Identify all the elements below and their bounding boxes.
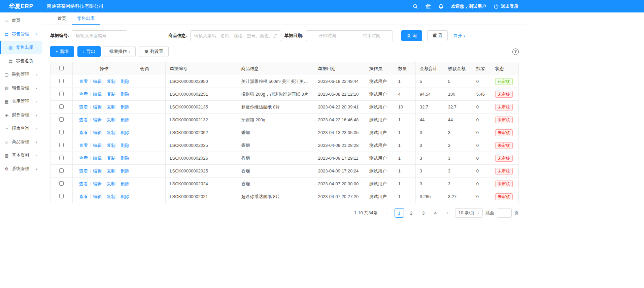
view-link[interactable]: 查看 [79,156,88,161]
edit-link[interactable]: 编辑 [93,104,102,109]
copy-link[interactable]: 复制 [107,156,115,161]
page-button-3[interactable]: 3 [419,208,428,218]
copy-link[interactable]: 复制 [107,168,115,173]
row-checkbox[interactable] [59,79,64,83]
row-checkbox[interactable] [59,168,64,173]
date-range-picker[interactable]: 开始时间 ~ 结束时间 [306,30,393,41]
copy-link[interactable]: 复制 [107,104,115,109]
page-size-select[interactable]: 10 条/页 ∨ [455,208,483,218]
delete-link[interactable]: 删除 [121,194,129,199]
row-checkbox[interactable] [59,92,64,96]
sidebar-item-finance[interactable]: ◈ 财务管理 ∨ [0,108,42,122]
edit-link[interactable]: 编辑 [93,181,102,186]
edit-link[interactable]: 编辑 [93,79,102,84]
operator-cell: 测试用户 [365,75,394,88]
reset-button[interactable]: 重 置 [427,30,448,41]
batch-actions-button[interactable]: 批量操作 ∨ [104,46,136,57]
row-checkbox[interactable] [59,181,64,186]
delete-link[interactable]: 删除 [121,104,129,109]
copy-link[interactable]: 复制 [107,117,115,122]
sidebar-item-home[interactable]: ⌂ 首页 [0,14,42,27]
member-cell [136,88,166,101]
copy-link[interactable]: 复制 [107,92,115,97]
copy-link[interactable]: 复制 [107,130,115,135]
select-all-checkbox[interactable] [59,66,64,70]
search-icon[interactable] [413,4,418,9]
tab-retail-outbound[interactable]: 零售出库 [72,12,100,25]
row-checkbox[interactable] [59,156,64,160]
row-checkbox[interactable] [59,143,64,147]
view-link[interactable]: 查看 [79,168,88,173]
sidebar-item-reports[interactable]: ◔ 报表查询 ∨ [0,122,42,135]
export-button[interactable]: ↓导出 [77,46,101,57]
view-link[interactable]: 查看 [79,194,88,199]
product-cell: 香烟 [237,178,314,190]
sidebar-item-warehouse[interactable]: ▦ 仓库管理 ∨ [0,95,42,108]
edit-link[interactable]: 编辑 [93,117,102,122]
edit-link[interactable]: 编辑 [93,156,102,161]
view-link[interactable]: 查看 [79,117,88,122]
page-button-1[interactable]: 1 [395,208,404,218]
member-cell [136,101,166,114]
copy-link[interactable]: 复制 [107,194,115,199]
page-button-4[interactable]: 4 [431,208,440,218]
edit-link[interactable]: 编辑 [93,168,102,173]
product-info-input[interactable] [190,30,281,41]
delete-link[interactable]: 删除 [121,143,129,148]
status-cell: 未审核 [491,190,518,203]
sidebar-item-retail-outbound[interactable]: ▤ 零售出库 [0,41,42,54]
prev-page-button[interactable]: ‹ [382,208,392,218]
bell-icon[interactable] [438,4,444,9]
help-icon[interactable]: ? [512,49,519,55]
sidebar-item-retail-return[interactable]: ▤ 零售退货 [0,54,42,68]
edit-link[interactable]: 编辑 [93,194,102,199]
delete-link[interactable]: 删除 [121,181,129,186]
delete-link[interactable]: 删除 [121,168,129,173]
view-link[interactable]: 查看 [79,92,88,97]
edit-link[interactable]: 编辑 [93,143,102,148]
row-checkbox[interactable] [59,117,64,122]
delete-link[interactable]: 删除 [121,92,129,97]
view-link[interactable]: 查看 [79,181,88,186]
bank-icon[interactable] [426,4,431,9]
sidebar-item-system[interactable]: ⚙ 系统管理 ∨ [0,162,42,175]
chevron-down-icon: ∨ [463,34,466,37]
delete-link[interactable]: 删除 [121,130,129,135]
column-settings-button[interactable]: ⚙列设置 [139,46,169,57]
add-button[interactable]: +新增 [50,46,74,57]
row-checkbox[interactable] [59,130,64,134]
order-no-input[interactable] [72,30,127,41]
edit-link[interactable]: 编辑 [93,130,102,135]
orders-table: 操作 会员 单据编号 商品信息 单据日期 操作员 数量 金额合计 收款金额 找零… [50,62,519,203]
warehouse-icon: ▦ [4,99,9,104]
copy-link[interactable]: 复制 [107,181,115,186]
row-checkbox[interactable] [59,104,64,109]
delete-link[interactable]: 删除 [121,79,129,84]
view-link[interactable]: 查看 [79,104,88,109]
sidebar-item-retail[interactable]: ▤ 零售管理 ∧ [0,27,42,41]
jump-page-input[interactable] [497,208,512,218]
tab-home[interactable]: 首页 [52,12,72,25]
row-actions-cell: 查看编辑复制删除 [73,165,136,178]
sidebar-item-purchase[interactable]: ▢ 采购管理 ∨ [0,68,42,81]
divider [104,105,104,109]
sidebar-item-basic-data[interactable]: ▧ 基本资料 ∨ [0,149,42,162]
edit-link[interactable]: 编辑 [93,92,102,97]
delete-link[interactable]: 删除 [121,117,129,122]
view-link[interactable]: 查看 [79,143,88,148]
logout-button[interactable]: 退出登录 [494,3,518,9]
delete-link[interactable]: 删除 [121,156,129,161]
copy-link[interactable]: 复制 [107,79,115,84]
view-link[interactable]: 查看 [79,130,88,135]
sidebar-item-label: 商品管理 [12,139,29,145]
view-link[interactable]: 查看 [79,79,88,84]
next-page-button[interactable]: › [443,208,452,218]
expand-link[interactable]: 展开 ∨ [453,33,466,39]
sidebar-item-sales[interactable]: ▥ 销售管理 ∨ [0,81,42,95]
row-checkbox-cell [50,101,73,114]
search-button[interactable]: 查 询 [401,30,422,41]
row-checkbox[interactable] [59,194,64,198]
page-button-2[interactable]: 2 [407,208,416,218]
sidebar-item-goods[interactable]: ◇ 商品管理 ∨ [0,135,42,149]
copy-link[interactable]: 复制 [107,143,115,148]
